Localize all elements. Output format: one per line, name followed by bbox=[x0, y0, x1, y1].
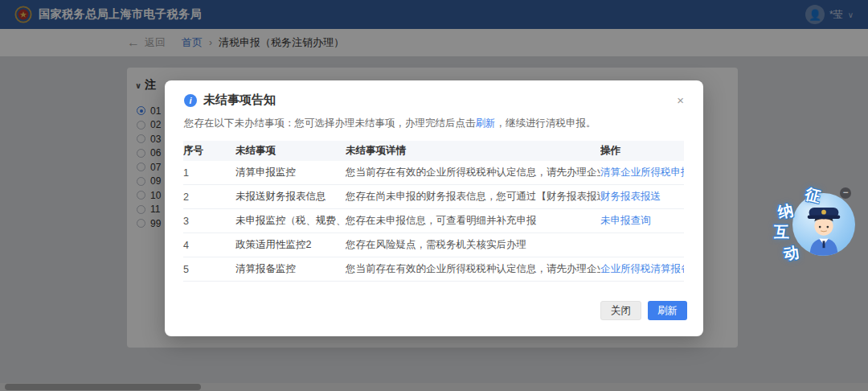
mascot-char-na: 纳 bbox=[776, 200, 796, 223]
col-header-no: 序号 bbox=[183, 144, 235, 158]
interaction-assistant-widget[interactable]: 征 纳 互 动 − bbox=[768, 180, 858, 267]
row-detail: 您当前存在有效的企业所得税税种认定信息，请先办理企业所得税... bbox=[346, 166, 600, 179]
row-action-cell: 清算企业所得税申报 bbox=[600, 166, 684, 179]
table-row: 5清算报备监控您当前存在有效的企业所得税税种认定信息，请先办理企业所得税...企… bbox=[183, 257, 684, 282]
table-header-row: 序号 未结事项 未结事项详情 操作 bbox=[183, 141, 684, 161]
row-action-cell: 未申报查询 bbox=[600, 214, 684, 228]
col-header-item: 未结事项 bbox=[235, 144, 346, 158]
row-detail: 您存在未申报信息，可查看明细并补充申报 bbox=[346, 214, 600, 228]
close-button[interactable]: 关闭 bbox=[600, 301, 641, 320]
dialog-subtitle: 您存在以下未办结事项：您可选择办理未结事项，办理完结后点击刷新，继续进行清税申报… bbox=[165, 108, 703, 130]
row-action-link[interactable]: 财务报表报送 bbox=[600, 191, 661, 202]
row-action-link[interactable]: 清算企业所得税申报 bbox=[600, 167, 684, 178]
row-item: 未报送财务报表信息 bbox=[235, 190, 346, 204]
row-detail: 您存在风险疑点，需税务机关核实后办理 bbox=[346, 238, 600, 252]
close-icon[interactable]: × bbox=[677, 94, 684, 106]
row-item: 清算报备监控 bbox=[235, 262, 346, 276]
subtitle-text-suffix: ，继续进行清税申报。 bbox=[496, 117, 596, 129]
table-row: 1清算申报监控您当前存在有效的企业所得税税种认定信息，请先办理企业所得税...清… bbox=[183, 161, 684, 185]
row-action-cell: 财务报表报送 bbox=[600, 190, 684, 204]
row-action-cell: 企业所得税清算报备 bbox=[600, 262, 684, 276]
dialog-title: 未结事项告知 bbox=[203, 93, 276, 108]
info-icon: i bbox=[184, 94, 197, 107]
mascot-officer-icon bbox=[792, 193, 855, 256]
row-no: 3 bbox=[183, 216, 235, 227]
col-header-action: 操作 bbox=[600, 144, 684, 158]
mascot-char-hu: 互 bbox=[774, 222, 789, 243]
row-detail: 您当前存在有效的企业所得税税种认定信息，请先办理企业所得税... bbox=[346, 262, 600, 276]
table-body: 1清算申报监控您当前存在有效的企业所得税税种认定信息，请先办理企业所得税...清… bbox=[183, 161, 684, 282]
row-item: 政策适用性监控2 bbox=[235, 238, 346, 252]
screen: 国家税务总局上海市电子税务局 👤 *莹 ∨ ← 返回 首页 › 清税申报（税务注… bbox=[0, 0, 868, 391]
row-detail: 您存在尚未申报的财务报表信息，您可通过【财务报表报送】功能... bbox=[346, 190, 600, 204]
dialog-header: i 未结事项告知 × bbox=[165, 80, 703, 108]
pending-items-dialog: i 未结事项告知 × 您存在以下未办结事项：您可选择办理未结事项，办理完结后点击… bbox=[165, 80, 703, 336]
row-action-link[interactable]: 企业所得税清算报备 bbox=[600, 263, 684, 274]
row-no: 5 bbox=[183, 264, 235, 275]
row-no: 2 bbox=[183, 191, 235, 203]
row-item: 未申报监控（税、规费、基... bbox=[235, 214, 346, 228]
refresh-button[interactable]: 刷新 bbox=[648, 301, 687, 320]
pending-items-table: 序号 未结事项 未结事项详情 操作 1清算申报监控您当前存在有效的企业所得税税种… bbox=[183, 141, 684, 282]
row-no: 1 bbox=[183, 167, 235, 179]
table-row: 3未申报监控（税、规费、基...您存在未申报信息，可查看明细并补充申报未申报查询 bbox=[183, 209, 684, 233]
table-row: 2未报送财务报表信息您存在尚未申报的财务报表信息，您可通过【财务报表报送】功能.… bbox=[183, 185, 684, 209]
row-no: 4 bbox=[183, 240, 235, 251]
mascot-char-dong: 动 bbox=[782, 242, 800, 265]
table-row: 4政策适用性监控2您存在风险疑点，需税务机关核实后办理 bbox=[183, 233, 684, 257]
subtitle-text: 您存在以下未办结事项：您可选择办理未结事项，办理完结后点击 bbox=[184, 117, 476, 129]
refresh-inline-link[interactable]: 刷新 bbox=[476, 117, 496, 129]
minimize-icon[interactable]: − bbox=[840, 187, 851, 199]
dialog-footer: 关闭 刷新 bbox=[600, 301, 687, 320]
col-header-detail: 未结事项详情 bbox=[346, 144, 600, 158]
row-item: 清算申报监控 bbox=[235, 166, 346, 179]
row-action-link[interactable]: 未申报查询 bbox=[600, 215, 651, 226]
